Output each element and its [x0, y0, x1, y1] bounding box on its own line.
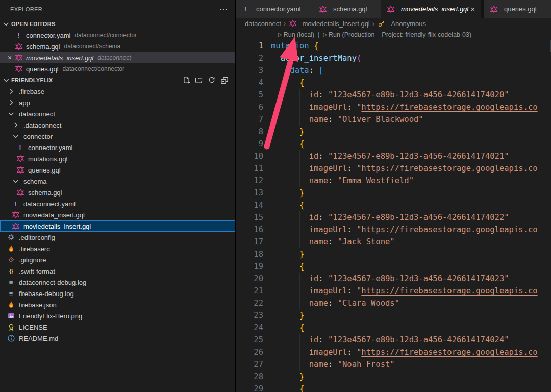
code-line[interactable]: 29 {	[236, 383, 551, 392]
indent-guide	[271, 236, 271, 248]
tab-schema-gql[interactable]: schema.gql	[313, 0, 381, 18]
code-line[interactable]: 6 imageUrl: "https://firebasestorage.goo…	[236, 101, 551, 113]
open-editors-header[interactable]: OPEN EDITORS	[0, 18, 235, 30]
tree-item--gitignore[interactable]: .gitignore	[0, 254, 235, 265]
tree-item-firebase-debug-log[interactable]: ≡firebase-debug.log	[0, 288, 235, 299]
tree-item-mutations-gql[interactable]: mutations.gql	[0, 153, 235, 164]
code-line[interactable]: 4 {	[236, 77, 551, 89]
code-line[interactable]: 9 {	[236, 138, 551, 150]
tab-connector-yaml[interactable]: !connector.yaml	[236, 0, 313, 18]
new-folder-button[interactable]	[194, 76, 204, 85]
code-line[interactable]: 8 }	[236, 126, 551, 138]
code-segment: "Jack Stone"	[338, 237, 395, 247]
code-line[interactable]: 10 id: "123e4567-e89b-12d3-a456-42661417…	[236, 150, 551, 162]
tree-item--firebase[interactable]: .firebase	[0, 86, 235, 97]
new-file-button[interactable]	[182, 76, 191, 85]
code-line[interactable]: 2 actor_insertMany(	[236, 52, 551, 64]
code-segment: :	[318, 213, 328, 222]
code-segment: https://firebasestorage.googleapis.co	[361, 286, 537, 296]
tree-item-queries-gql[interactable]: queries.gql	[0, 164, 235, 176]
close-icon[interactable]: ×	[469, 5, 476, 13]
tree-item--dataconnect[interactable]: .dataconnect	[0, 119, 235, 131]
code-line[interactable]: 3 data: [	[236, 64, 551, 77]
code-segment: "	[357, 286, 361, 296]
code-line[interactable]: 21 imageUrl: "https://firebasestorage.go…	[236, 285, 551, 297]
code-line[interactable]: 17 name: "Jack Stone"	[236, 236, 551, 248]
tree-item-connector-yaml[interactable]: !connector.yaml	[0, 142, 235, 153]
code-area[interactable]: 1mutation {2 actor_insertMany(3 data: [4…	[236, 40, 551, 392]
tab-queries-gql[interactable]: queries.gql	[484, 0, 551, 18]
code-segment: }	[299, 372, 304, 381]
code-line[interactable]: 22 name: "Clara Woods"	[236, 297, 551, 309]
code-line[interactable]: 28 }	[236, 371, 551, 383]
code-line[interactable]: 5 id: "123e4567-e89b-12d3-a456-426614174…	[236, 89, 551, 101]
breadcrumb-item[interactable]: Anonymous	[377, 19, 426, 28]
indent-guide	[281, 322, 281, 334]
tree-item-label: .editorconfig	[19, 234, 55, 241]
code-segment: "123e4567-e89b-12d3-a456-426614174023"	[328, 274, 509, 283]
tree-item-label: firebase-debug.log	[19, 290, 74, 298]
code-line[interactable]: 27 name: "Noah Frost"	[236, 358, 551, 371]
code-line[interactable]: 19 {	[236, 260, 551, 273]
tree-item-readme-md[interactable]: README.md	[0, 333, 235, 344]
code-line[interactable]: 14 {	[236, 199, 551, 211]
open-editors-list: !connector.yamldataconnect/connector sch…	[0, 30, 235, 75]
open-editor-name: queries.gql	[26, 65, 59, 73]
indent-guide	[281, 126, 281, 138]
tree-item-moviedetails-insert-gql[interactable]: moviedetails_insert.gql	[0, 220, 235, 232]
collapse-all-button[interactable]	[220, 76, 229, 85]
code-line[interactable]: 7 name: "Oliver Blackwood"	[236, 113, 551, 126]
tree-item-label: dataconnect.yaml	[23, 200, 76, 208]
tree-item--firebaserc[interactable]: .firebaserc	[0, 243, 235, 254]
tree-item--editorconfig[interactable]: .editorconfig	[0, 232, 235, 243]
code-line[interactable]: 26 imageUrl: "https://firebasestorage.go…	[236, 346, 551, 358]
git-icon	[7, 256, 15, 264]
code-line[interactable]: 23 }	[236, 309, 551, 322]
more-actions-icon[interactable]: ⋯	[219, 5, 228, 14]
tree-item-connector[interactable]: connector	[0, 131, 235, 142]
breadcrumb-item[interactable]: moviedetails_insert.gql	[289, 19, 370, 28]
code-line[interactable]: 25 id: "123e4567-e89b-12d3-a456-42661417…	[236, 334, 551, 346]
indent-guide	[299, 175, 300, 187]
code-line[interactable]: 13 }	[236, 187, 551, 199]
code-line[interactable]: 20 id: "123e4567-e89b-12d3-a456-42661417…	[236, 273, 551, 285]
run-production-link[interactable]: Run (Production – Project: friendly-flix…	[329, 31, 471, 38]
code-line[interactable]: 16 imageUrl: "https://firebasestorage.go…	[236, 224, 551, 236]
code-segment: "123e4567-e89b-12d3-a456-426614174024"	[328, 335, 509, 345]
indent-guide	[271, 89, 271, 101]
code-text: name: "Emma Westfield"	[271, 175, 551, 187]
tree-item-dataconnect-debug-log[interactable]: ≡dataconnect-debug.log	[0, 277, 235, 288]
code-line[interactable]: 15 id: "123e4567-e89b-12d3-a456-42661417…	[236, 211, 551, 224]
tree-item--swift-format[interactable]: {}.swift-format	[0, 265, 235, 277]
breadcrumb-separator: ›	[284, 19, 286, 28]
log-icon: ≡	[7, 278, 15, 286]
open-editor-item[interactable]: schema.gqldataconnect/schema	[0, 41, 235, 52]
code-line[interactable]: 11 imageUrl: "https://firebasestorage.go…	[236, 162, 551, 175]
tab-moviedetails-insert-gql[interactable]: moviedetails_insert.gql×	[381, 0, 481, 18]
close-icon[interactable]: ×	[5, 54, 14, 62]
open-editor-item[interactable]: !connector.yamldataconnect/connector	[0, 30, 235, 41]
code-segment: {	[299, 78, 304, 87]
code-line[interactable]: 12 name: "Emma Westfield"	[236, 175, 551, 187]
code-line[interactable]: 24 {	[236, 322, 551, 334]
code-line[interactable]: 18 }	[236, 248, 551, 260]
explorer-sidebar: EXPLORER ⋯ OPEN EDITORS !connector.yamld…	[0, 0, 236, 392]
workspace-header[interactable]: FRIENDLYFLIX	[0, 75, 235, 86]
tree-item-friendlyflix-hero-png[interactable]: FriendlyFlix-Hero.png	[0, 310, 235, 322]
tree-item-app[interactable]: app	[0, 97, 235, 108]
run-local-link[interactable]: Run (local)	[284, 31, 314, 38]
tree-item-license[interactable]: LICENSE	[0, 322, 235, 333]
tree-item-schema[interactable]: schema	[0, 176, 235, 187]
code-line[interactable]: 1mutation {	[236, 40, 551, 52]
refresh-button[interactable]	[207, 76, 216, 85]
tree-item-dataconnect[interactable]: dataconnect	[0, 108, 235, 119]
image-icon	[7, 312, 15, 320]
tree-item-dataconnect-yaml[interactable]: !dataconnect.yaml	[0, 198, 235, 209]
code-segment: https://firebasestorage.googleapis.co	[361, 225, 537, 234]
breadcrumb-item[interactable]: dataconnect	[245, 20, 281, 28]
open-editor-item[interactable]: × moviedetails_insert.gqldataconnect	[0, 52, 235, 63]
tree-item-schema-gql[interactable]: schema.gql	[0, 187, 235, 198]
tree-item-moviedata-insert-gql[interactable]: moviedata_insert.gql	[0, 209, 235, 220]
open-editor-item[interactable]: queries.gqldataconnect/connector	[0, 63, 235, 75]
tree-item-firebase-json[interactable]: firebase.json	[0, 299, 235, 310]
